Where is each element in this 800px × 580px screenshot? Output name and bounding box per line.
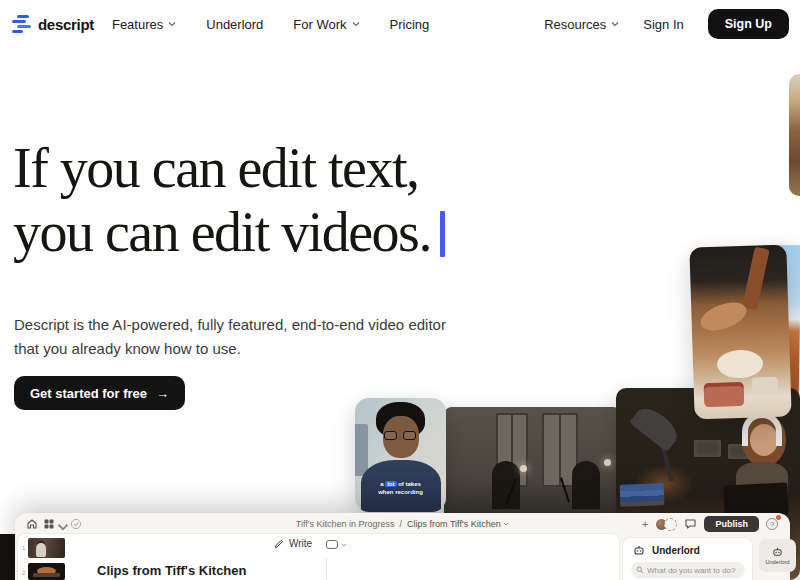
- chevron-down-icon: [352, 21, 360, 27]
- arrow-right-icon: →: [156, 386, 169, 401]
- primary-nav: Features Underlord For Work Pricing: [112, 17, 429, 32]
- robot-icon: [772, 546, 783, 557]
- nav-item-resources[interactable]: Resources: [544, 17, 619, 32]
- brand-name: descript: [38, 16, 94, 33]
- pen-icon: [274, 539, 284, 549]
- white-bowl: [751, 377, 778, 395]
- editor-divider: [326, 558, 327, 580]
- thumbnail-board: [33, 573, 60, 577]
- invite-plus-icon[interactable]: +: [642, 518, 648, 530]
- background-monitor: [355, 424, 368, 476]
- top-nav: descript Features Underlord For Work Pri…: [0, 0, 800, 48]
- chevron-down-icon: [168, 21, 176, 27]
- collaborator-avatars: [655, 518, 677, 531]
- camera-icon: [326, 540, 338, 549]
- help-button-wrap: ?: [766, 518, 778, 530]
- nav-item-pricing[interactable]: Pricing: [390, 17, 430, 32]
- camera-layout-select[interactable]: [326, 540, 347, 549]
- notification-dot: [776, 515, 781, 520]
- book-stack: [620, 483, 665, 507]
- get-started-button[interactable]: Get started for free →: [14, 376, 185, 410]
- chevron-down-icon: [611, 21, 619, 27]
- chevron-down-icon: [503, 522, 509, 526]
- video-caption: a lot of takes when recording: [355, 480, 446, 496]
- clip-index: 2: [22, 570, 25, 576]
- robot-icon: [633, 544, 645, 556]
- glasses-left-lens: [384, 431, 397, 440]
- hero-headline: If you can edit text, you can edit video…: [13, 136, 445, 264]
- sign-in-link[interactable]: Sign In: [643, 17, 683, 32]
- clip-thumbnail-2[interactable]: [28, 563, 65, 580]
- avatar-placeholder[interactable]: [664, 518, 677, 531]
- apron-strap: [742, 247, 770, 311]
- lamp-light: [604, 459, 611, 466]
- chevron-down-icon: [341, 543, 347, 547]
- descript-logo[interactable]: descript: [12, 15, 94, 34]
- podcaster: [572, 461, 600, 509]
- sign-up-button[interactable]: Sign Up: [708, 9, 789, 39]
- text-cursor: [440, 211, 445, 257]
- write-button[interactable]: Write: [274, 538, 312, 549]
- toolbar-right-group: + Publish ?: [642, 516, 778, 532]
- hero-subtitle: Descript is the AI-powered, fully featur…: [14, 313, 446, 361]
- underlord-panel: Underlord: [622, 537, 753, 580]
- background-monitor: [694, 440, 721, 457]
- video-clip-talking-head: a lot of takes when recording: [355, 398, 446, 512]
- breadcrumb-current[interactable]: Clips from Tiff's Kitchen: [407, 519, 501, 529]
- nav-item-underlord[interactable]: Underlord: [206, 17, 263, 32]
- clip-thumbnail-1[interactable]: [28, 538, 65, 558]
- sidebar-tab-underlord[interactable]: Underlord: [759, 539, 796, 572]
- lamp-shade: [629, 402, 683, 452]
- breadcrumb-project[interactable]: Tiff's Kitchen in Progress: [296, 519, 395, 529]
- headline-line-1: If you can edit text,: [13, 137, 418, 199]
- clip-index: 1: [22, 545, 25, 551]
- descript-logo-icon: [12, 15, 31, 34]
- video-clip-sliver: [789, 74, 800, 196]
- nav-item-features[interactable]: Features: [112, 17, 176, 32]
- sidebar-tab-label: Underlord: [765, 559, 789, 565]
- page: descript Features Underlord For Work Pri…: [0, 0, 800, 580]
- headline-line-2: you can edit videos.: [13, 201, 431, 263]
- script-editor-panel: 1 2 Clips from Tiff's Kitchen Write: [17, 533, 620, 580]
- red-bowl: [704, 382, 745, 407]
- caption-highlight: lot: [385, 481, 396, 487]
- nav-item-for-work[interactable]: For Work: [293, 17, 359, 32]
- thumbnail-figure: [36, 543, 46, 557]
- underlord-header: Underlord: [633, 544, 700, 556]
- video-clip-cooking: [689, 245, 791, 420]
- background-clip-edge: [0, 534, 15, 580]
- dough: [717, 349, 764, 378]
- underlord-command-input[interactable]: [631, 562, 745, 578]
- lamp-light: [520, 465, 527, 472]
- nav-right-group: Resources Sign In Sign Up: [544, 0, 789, 48]
- publish-button[interactable]: Publish: [704, 516, 759, 532]
- comments-icon[interactable]: [684, 518, 697, 530]
- composition-title[interactable]: Clips from Tiff's Kitchen: [97, 563, 246, 578]
- glasses-right-lens: [403, 431, 416, 440]
- help-icon[interactable]: ?: [766, 518, 778, 530]
- app-toolbar: Tiff's Kitchen in Progress / Clips from …: [15, 513, 790, 534]
- underlord-title: Underlord: [652, 545, 700, 556]
- descript-app-window: Tiff's Kitchen in Progress / Clips from …: [15, 513, 790, 580]
